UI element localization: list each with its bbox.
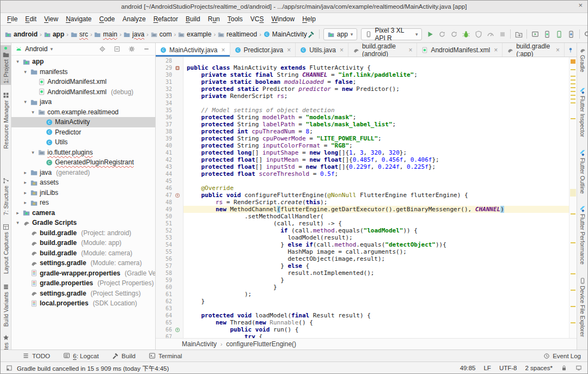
tree-item-camera[interactable]: ▸camera	[11, 208, 155, 218]
tree-toggle-icon[interactable]: ▸	[22, 180, 28, 185]
line-number[interactable]: 42	[156, 157, 172, 163]
tree-item-com-example-realtimeod[interactable]: ▾com.example.realtimeod	[11, 107, 155, 118]
stripe-item-flutter-outline[interactable]: Flutter Outline	[577, 148, 587, 195]
tab-mainactivity-java[interactable]: MainActivity.java×	[156, 43, 230, 57]
code-text[interactable]: } else {	[183, 262, 309, 269]
screen-reader-icon[interactable]	[575, 365, 582, 371]
tree-toggle-icon[interactable]: ▾	[22, 99, 28, 105]
tree-toggle-icon[interactable]: ▾	[15, 220, 21, 225]
line-number[interactable]: 48	[156, 199, 172, 205]
code-line-66[interactable]: 66 public void run() {	[156, 326, 569, 333]
menu-tools[interactable]: Tools	[224, 14, 247, 24]
line-number[interactable]: 55	[156, 249, 172, 255]
tree-toggle-icon[interactable]: ▾	[22, 69, 28, 75]
tree-item-settings-gradle-module-camera[interactable]: settings.gradle(Module: camera)	[11, 258, 155, 268]
code-text[interactable]: public void configureFlutterEngine(@NonN…	[183, 192, 468, 199]
code-line-61[interactable]: 61 );	[156, 291, 569, 298]
tree-item-java[interactable]: ▾java	[11, 97, 155, 107]
event-log-button[interactable]: Event Log	[543, 353, 581, 359]
device-manager-button[interactable]	[555, 29, 564, 39]
stripe-item-gradle[interactable]: Gradle	[577, 45, 587, 74]
code-line-56[interactable]: 56 detectObject(image,result);	[156, 255, 569, 262]
debug-button[interactable]	[462, 29, 470, 39]
line-number[interactable]: 39	[156, 136, 172, 142]
sync-gradle-button[interactable]	[514, 29, 523, 39]
tree-item-build-gradle-module-app[interactable]: build.gradle(Module: app)	[11, 238, 155, 248]
pinned-tab-indicator[interactable]	[565, 43, 577, 57]
stripe-item-layout-captures[interactable]: Layout Captures	[1, 222, 11, 275]
line-number[interactable]: 38	[156, 128, 172, 134]
code-line-57[interactable]: 57 } else {	[156, 262, 569, 269]
line-number[interactable]: 30	[156, 72, 172, 78]
tree-item-androidmanifest-xml[interactable]: AndroidManifest.xml	[11, 77, 155, 87]
code-line-34[interactable]: 34	[156, 100, 569, 107]
code-editor[interactable]: 2829public class MainActivity extends Fl…	[156, 57, 569, 338]
tree-item-predictor[interactable]: Predictor	[11, 127, 155, 138]
stripe-item-resource-manager[interactable]: Resource Manager	[1, 90, 11, 150]
tree-item-mainactivity[interactable]: MainActivity	[11, 117, 155, 127]
toolwindow-button-build[interactable]: Build	[112, 352, 136, 359]
line-number[interactable]: 59	[156, 277, 172, 283]
code-line-43[interactable]: 43 protected float[] inputStd = new floa…	[156, 163, 569, 170]
breadcrumb-android[interactable]: android	[5, 30, 38, 38]
tree-toggle-icon[interactable]: ▾	[15, 59, 21, 64]
tree-item-java-generated[interactable]: ▸java(generated)	[11, 168, 155, 178]
code-text[interactable]: HashMap image = call.arguments();	[183, 248, 407, 255]
line-number[interactable]: 60	[156, 284, 172, 290]
tree-item-local-properties-sdk-location[interactable]: local.properties(SDK Location)	[11, 298, 155, 309]
tab-close-icon[interactable]: ×	[340, 46, 344, 54]
code-text[interactable]: protected long[] inputShape = new long[]…	[183, 149, 407, 156]
toolwindow-toggle-icon[interactable]	[6, 365, 13, 371]
line-number[interactable]: 63	[156, 305, 172, 311]
code-line-33[interactable]: 33 private RenderScript rs;	[156, 93, 569, 100]
tab-close-icon[interactable]: ×	[287, 46, 291, 54]
code-line-29[interactable]: 29public class MainActivity extends Flut…	[156, 64, 569, 71]
code-text[interactable]: try {	[183, 333, 262, 338]
breadcrumb-mainactivity[interactable]: MainActivity	[264, 30, 307, 38]
menu-analyze[interactable]: Analyze	[119, 14, 150, 24]
tree-item-app[interactable]: ▾app	[11, 57, 155, 67]
code-line-52[interactable]: 52 if (call.method.equals("loadModel")) …	[156, 227, 569, 234]
code-text[interactable]: protected float scoreThreshold = 0.5f;	[183, 170, 338, 177]
code-text[interactable]: protected String modelPath = "models/mas…	[183, 114, 356, 121]
code-text[interactable]: new Thread(new Runnable() {	[183, 319, 313, 326]
line-number[interactable]: 36	[156, 114, 172, 120]
apply-changes-button[interactable]	[438, 29, 446, 39]
code-text[interactable]: result.notImplemented();	[183, 269, 374, 277]
tree-item-settings-gradle-project-settings[interactable]: settings.gradle(Project Settings)	[11, 289, 155, 299]
code-text[interactable]: protected void loadModel(final Result re…	[183, 312, 371, 319]
stripe-item-flutter-inspector[interactable]: Flutter Inspector	[577, 86, 587, 139]
tab-build-gradle-android[interactable]: build.gradle (android)×	[348, 43, 417, 57]
code-line-58[interactable]: 58 result.notImplemented();	[156, 269, 569, 277]
code-text[interactable]: private static boolean modalLoaded = fal…	[183, 78, 356, 85]
code-text[interactable]: protected static Predictor predictor = n…	[183, 85, 400, 93]
line-number[interactable]: 56	[156, 256, 172, 262]
locate-icon[interactable]	[97, 44, 107, 54]
code-line-40[interactable]: 40 protected String inputColorFormat = "…	[156, 142, 569, 149]
tree-item-build-gradle-project-android[interactable]: build.gradle(Project: android)	[11, 228, 155, 238]
code-text[interactable]: (call, result) -> {	[183, 220, 342, 227]
code-line-38[interactable]: 38 protected int cpuThreadNum = 8;	[156, 128, 569, 135]
breadcrumb-main[interactable]: main	[94, 30, 117, 38]
tab-build-gradle-app[interactable]: build.gradle (:app)×	[503, 43, 565, 57]
line-number[interactable]: 45	[156, 178, 172, 184]
tree-toggle-icon[interactable]: ▸	[22, 200, 28, 205]
collapse-all-icon[interactable]	[112, 44, 122, 54]
line-number[interactable]: 46	[156, 185, 172, 191]
menu-build[interactable]: Build	[182, 14, 204, 24]
line-number[interactable]: 44	[156, 171, 172, 177]
stop-button[interactable]	[498, 29, 506, 39]
code-line-60[interactable]: 60 }	[156, 284, 569, 291]
line-number[interactable]: 53	[156, 235, 172, 241]
run-button[interactable]	[426, 29, 434, 39]
code-line-44[interactable]: 44 protected float scoreThreshold = 0.5f…	[156, 170, 569, 177]
readonly-lock-icon[interactable]	[561, 365, 567, 371]
code-text[interactable]: private static final String CHANNEL = "i…	[183, 71, 418, 78]
code-text[interactable]: rs = RenderScript.create(this);	[183, 199, 327, 206]
code-line-37[interactable]: 37 protected String labelPath = "labels/…	[156, 121, 569, 128]
code-line-55[interactable]: 55 HashMap image = call.arguments();	[156, 248, 569, 255]
menu-file[interactable]: File	[3, 14, 21, 24]
breadcrumb-example[interactable]: example	[178, 30, 211, 38]
line-number[interactable]: 47	[156, 192, 172, 198]
menu-window[interactable]: Window	[267, 14, 298, 24]
